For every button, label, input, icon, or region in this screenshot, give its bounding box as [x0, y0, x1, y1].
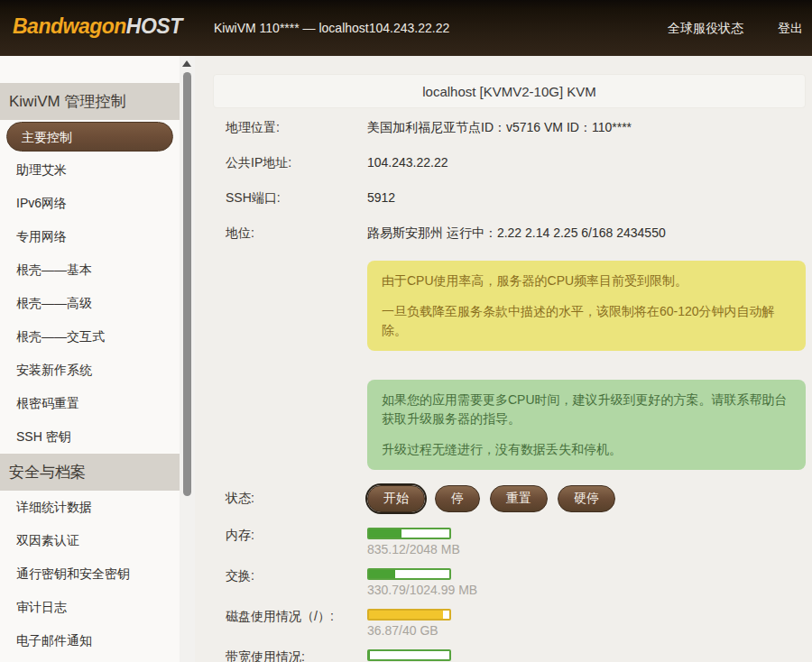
disk-progress-bar: [367, 609, 451, 621]
status-label: 地位:: [226, 225, 367, 242]
logo-host: HOST: [126, 14, 182, 38]
sidebar-item-install-os[interactable]: 安装新作系统: [0, 354, 180, 387]
sidebar-item-rootshell-basic[interactable]: 根壳——基本: [0, 253, 180, 287]
location-label: 地理位置:: [226, 120, 367, 136]
swap-usage-row: 交换: 330.79/1024.99 MB: [213, 568, 806, 597]
power-status-label: 状态:: [226, 491, 367, 507]
global-status-link[interactable]: 全球服役状态: [668, 21, 743, 37]
sidebar-item-main-controls[interactable]: 主要控制: [6, 122, 173, 152]
sidebar-item-rootshell-interactive[interactable]: 根壳——交互式: [0, 320, 180, 354]
upgrade-suggestion-alert: 如果您的应用需要更多CPU时间，建议升级到更好的方案。请联系帮助台获取升级服务器…: [367, 380, 806, 470]
logo-bandwagon: Bandwagon: [13, 14, 126, 38]
ssh-port-label: SSH端口:: [226, 190, 367, 207]
page-scrollbar[interactable]: [180, 56, 195, 662]
header-links: 全球服役状态 登出: [668, 21, 803, 37]
bandwidth-usage-row: 带宽使用情况: 重置次数：2025-12- 1.55/2000 GB – USC…: [213, 649, 806, 662]
disk-label: 磁盘使用情况（/）:: [226, 609, 367, 638]
upgrade-line-1: 如果您的应用需要更多CPU时间，建议升级到更好的方案。请联系帮助台获取升级服务器…: [382, 391, 791, 428]
status-value: 路易斯安那州 运行中：2.22 2.14 2.25 6/168 2434550: [367, 225, 666, 242]
restart-button[interactable]: 重置: [490, 485, 548, 512]
sidebar-section-kiwivm: KiwiVM 管理控制: [0, 83, 180, 120]
scrollbar-thumb[interactable]: [183, 72, 191, 496]
ram-progress-bar: [367, 528, 451, 539]
main-content: localhost [KVMV2-10G] KVM 地理位置: 美国加利福尼亚节…: [195, 56, 812, 662]
ram-progress-fill: [369, 529, 401, 538]
top-header: BandwagonHOST KiwiVM 110**** — localhost…: [0, 0, 812, 56]
scroll-up-icon[interactable]: [182, 60, 191, 67]
sidebar-item-root-password-reset[interactable]: 根密码重置: [0, 387, 180, 420]
info-row-location: 地理位置: 美国加利福尼亚节点ID：v5716 VM ID：110****: [213, 120, 806, 136]
disk-usage-text: 36.87/40 GB: [367, 623, 451, 638]
kiwivm-control-panel: BandwagonHOST KiwiVM 110**** — localhost…: [0, 0, 812, 662]
ram-usage-row: 内存: 835.12/2048 MB: [213, 528, 806, 556]
sidebar-item-audit-log[interactable]: 审计日志: [0, 591, 180, 624]
start-button[interactable]: 开始: [367, 485, 425, 512]
sidebar-item-detailed-stats[interactable]: 详细统计数据: [0, 491, 180, 524]
bandwagonhost-logo[interactable]: BandwagonHOST: [13, 14, 182, 39]
cpu-throttle-line-1: 由于CPU使用率高，服务器的CPU频率目前受到限制。: [382, 271, 791, 290]
sidebar-item-two-factor[interactable]: 双因素认证: [0, 524, 180, 557]
server-panel-title: localhost [KVMV2-10G] KVM: [213, 74, 806, 108]
kill-button[interactable]: 硬停: [558, 485, 615, 512]
public-ip-value: 104.243.22.22: [367, 155, 448, 171]
info-row-status: 地位: 路易斯安那州 运行中：2.22 2.14 2.25 6/168 2434…: [213, 225, 806, 242]
stop-button[interactable]: 停: [435, 485, 480, 512]
swap-label: 交换:: [226, 568, 367, 597]
power-status-row: 状态: 开始 停 重置 硬停: [213, 485, 806, 512]
vm-title: KiwiVM 110**** — localhost104.243.22.22: [214, 21, 449, 35]
info-row-public-ip: 公共IP地址: 104.243.22.22: [213, 155, 806, 171]
swap-usage-text: 330.79/1024.99 MB: [367, 583, 477, 597]
sidebar-item-assistant[interactable]: 助理艾米: [0, 153, 180, 187]
bandwidth-label-group: 带宽使用情况: 重置次数：2025-12-: [226, 649, 367, 662]
public-ip-label: 公共IP地址:: [226, 155, 367, 171]
sidebar-item-ssh-keys[interactable]: SSH 密钥: [0, 420, 180, 454]
cpu-throttle-alert: 由于CPU使用率高，服务器的CPU频率目前受到限制。 一旦负载降至服务条款中描述…: [367, 261, 806, 351]
sidebar-item-rootshell-advanced[interactable]: 根壳——高级: [0, 287, 180, 320]
location-value: 美国加利福尼亚节点ID：v5716 VM ID：110****: [367, 120, 632, 136]
sidebar-item-email-notifications[interactable]: 电子邮件通知: [0, 624, 180, 657]
sidebar-nav: KiwiVM 管理控制 主要控制 助理艾米 IPv6网络 专用网络 根壳——基本…: [0, 56, 180, 662]
sidebar-item-passkeys[interactable]: 通行密钥和安全密钥: [0, 557, 180, 591]
sidebar-item-private-network[interactable]: 专用网络: [0, 220, 180, 253]
ram-usage-text: 835.12/2048 MB: [367, 542, 460, 556]
info-row-ssh-port: SSH端口: 5912: [213, 190, 806, 207]
ssh-port-value: 5912: [367, 190, 395, 207]
disk-progress-fill: [369, 611, 443, 619]
sidebar-item-ipv6[interactable]: IPv6网络: [0, 187, 180, 220]
logout-link[interactable]: 登出: [778, 21, 803, 37]
disk-usage-row: 磁盘使用情况（/）: 36.87/40 GB: [213, 609, 806, 638]
upgrade-line-2: 升级过程无缝进行，没有数据丢失和停机。: [382, 440, 791, 459]
ram-label: 内存:: [226, 528, 367, 556]
sidebar-section-security: 安全与档案: [0, 454, 180, 491]
bandwidth-label: 带宽使用情况:: [226, 649, 367, 662]
power-buttons: 开始 停 重置 硬停: [367, 485, 615, 512]
swap-progress-fill: [369, 570, 395, 578]
swap-progress-bar: [367, 568, 451, 580]
cpu-throttle-line-2: 一旦负载降至服务条款中描述的水平，该限制将在60-120分钟内自动解除。: [382, 302, 791, 340]
bandwidth-progress-bar: [367, 649, 451, 661]
server-info: 地理位置: 美国加利福尼亚节点ID：v5716 VM ID：110**** 公共…: [213, 120, 806, 242]
